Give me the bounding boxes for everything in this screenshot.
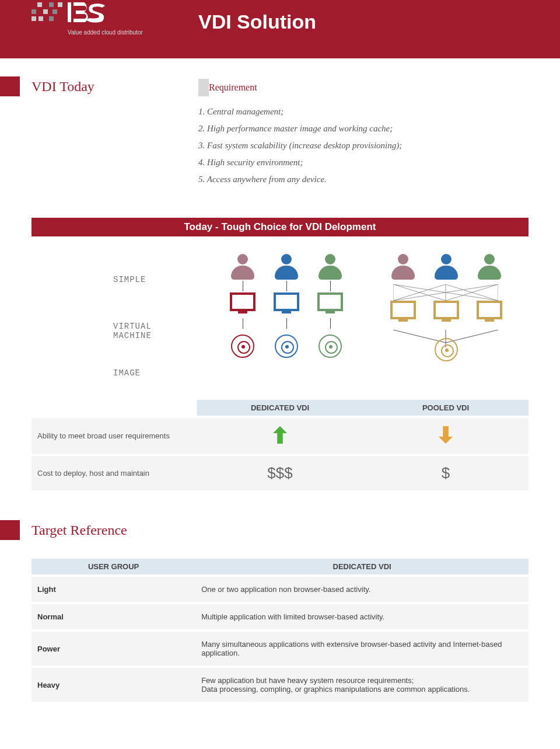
monitor-icon (390, 301, 416, 319)
table-row: Power Many simultaneous applications wit… (32, 630, 528, 667)
header-band: Value added cloud distributor VDI Soluti… (0, 0, 560, 58)
svg-rect-4 (43, 9, 48, 14)
section-marker-icon (0, 520, 20, 540)
table-row: Light One or two application non browser… (32, 576, 528, 603)
requirement-item: 5. Access anywhere from any device. (198, 175, 402, 184)
requirement-heading: Requirement (209, 82, 257, 93)
table-header-row: DEDICATED VDI POOLED VDI (32, 400, 528, 417)
user-icon (478, 254, 501, 280)
table-row: Cost to deploy, host and maintain $$$ $ (32, 455, 528, 490)
desc-cell: Many simultaneous applications with exte… (195, 630, 528, 667)
user-group-cell: Power (32, 630, 195, 667)
arrow-up-icon (273, 426, 287, 444)
diagram-label-vm: VIRTUAL MACHINE (113, 322, 152, 340)
user-icon (435, 254, 458, 280)
svg-rect-9 (68, 2, 71, 22)
section-title-vdi-today: VDI Today (32, 79, 198, 95)
user-icon (318, 254, 342, 280)
desc-cell: Few application but have heavy system re… (195, 667, 528, 702)
section-target-reference: Target Reference (0, 522, 560, 538)
svg-rect-8 (49, 16, 54, 21)
section-vdi-today: VDI Today Requirement 1. Central managem… (0, 79, 560, 191)
requirement-item: 2. High performance master image and wor… (198, 124, 402, 134)
svg-rect-2 (58, 2, 62, 7)
dedicated-column-2 (265, 254, 308, 358)
table-row: Heavy Few application but have heavy sys… (32, 667, 528, 702)
disc-icon (318, 335, 342, 358)
svg-rect-1 (49, 2, 54, 7)
user-icon (275, 254, 298, 280)
arrow-down-icon (439, 426, 453, 444)
disc-icon (231, 335, 254, 358)
monitor-icon (317, 292, 343, 311)
col-header-user-group: USER GROUP (32, 559, 195, 576)
disc-icon (275, 335, 298, 358)
requirement-list: 1. Central management; 2. High performan… (198, 107, 402, 184)
dedicated-column-3 (309, 254, 352, 358)
logo: Value added cloud distributor (32, 2, 143, 36)
svg-rect-0 (37, 2, 42, 7)
section-title-target: Target Reference (32, 522, 560, 538)
diagram-label-simple: SIMPLE (113, 275, 146, 284)
table-row: Normal Multiple application with limited… (32, 603, 528, 630)
user-icon (231, 254, 254, 280)
disc-icon (435, 338, 458, 361)
svg-rect-5 (52, 9, 57, 14)
monitor-icon (433, 301, 459, 319)
user-icon (391, 254, 415, 280)
page-title: VDI Solution (198, 11, 316, 33)
section-marker-icon (0, 76, 20, 96)
table-header-row: USER GROUP DEDICATED VDI (32, 559, 528, 576)
logo-tagline: Value added cloud distributor (68, 29, 143, 36)
cross-connect-icon (393, 284, 498, 301)
col-header-dedicated: DEDICATED VDI (195, 559, 528, 576)
banner-tough-choice: Today - Tough Choice for VDI Delopment (32, 218, 528, 236)
svg-rect-3 (32, 9, 36, 14)
diagram-vdi-comparison: SIMPLE VIRTUAL MACHINE IMAGE (32, 254, 528, 388)
requirement-marker-icon (198, 79, 209, 96)
monitor-icon (230, 292, 256, 311)
user-group-cell: Heavy (32, 667, 195, 702)
pooled-group (382, 254, 511, 361)
cost-pooled: $ (442, 464, 450, 482)
col-header-dedicated: DEDICATED VDI (197, 400, 363, 417)
requirement-item: 1. Central management; (198, 107, 402, 117)
cost-dedicated: $$$ (267, 464, 292, 482)
target-reference-table: USER GROUP DEDICATED VDI Light One or tw… (32, 559, 528, 702)
user-group-cell: Normal (32, 603, 195, 630)
diagram-label-image: IMAGE (113, 368, 141, 378)
requirement-item: 3. Fast system scalability (increase des… (198, 141, 402, 151)
desc-cell: Multiple application with limited browse… (195, 603, 528, 630)
svg-rect-7 (38, 16, 43, 21)
dedicated-column-1 (221, 254, 264, 358)
monitor-icon (477, 301, 502, 319)
requirement-item: 4. High security environment; (198, 158, 402, 168)
user-group-cell: Light (32, 576, 195, 603)
logo-icon (32, 2, 107, 26)
desc-cell: One or two application non browser-based… (195, 576, 528, 603)
svg-rect-6 (32, 16, 36, 21)
comparison-table: DEDICATED VDI POOLED VDI Ability to meet… (32, 400, 528, 490)
table-row: Ability to meet broad user requirements (32, 417, 528, 455)
col-header-pooled: POOLED VDI (363, 400, 528, 417)
row-label-ability: Ability to meet broad user requirements (32, 417, 197, 455)
row-label-cost: Cost to deploy, host and maintain (32, 455, 197, 490)
monitor-icon (274, 292, 299, 311)
